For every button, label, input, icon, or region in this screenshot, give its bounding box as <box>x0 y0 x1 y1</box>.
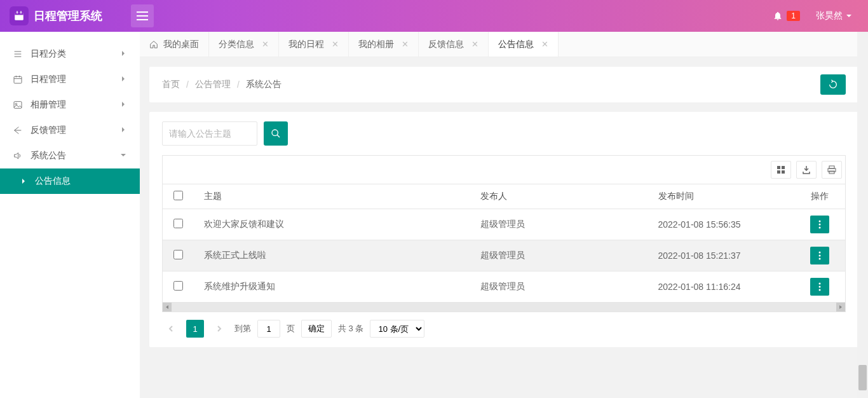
vertical-scrollbar[interactable] <box>857 32 868 398</box>
sidebar: 日程分类 日程管理 相册管理 反馈管理 系统公告 公告信息 <box>0 32 140 398</box>
chevron-right-icon <box>119 49 127 59</box>
sidebar-label: 日程分类 <box>31 48 66 60</box>
svg-point-25 <box>819 221 821 223</box>
search-input[interactable] <box>162 121 257 146</box>
sidebar-item-schedule[interactable]: 日程管理 <box>0 67 140 92</box>
notification-badge: 1 <box>787 11 800 21</box>
tab-label: 我的日程 <box>288 39 324 50</box>
refresh-icon <box>828 79 838 90</box>
row-checkbox[interactable] <box>173 219 183 228</box>
svg-point-28 <box>819 252 821 254</box>
svg-point-16 <box>272 130 278 135</box>
col-publisher: 发布人 <box>471 184 649 209</box>
tab-label: 分类信息 <box>219 39 254 50</box>
cell-subject: 欢迎大家反馈和建议 <box>194 209 471 240</box>
main-content: 我的桌面 分类信息 ✕ 我的日程 ✕ 我的相册 ✕ 反馈信息 ✕ 公告信息 ✕ <box>140 32 868 398</box>
svg-point-26 <box>819 224 821 226</box>
tab-category-info[interactable]: 分类信息 ✕ <box>209 32 279 57</box>
tab-feedback-info[interactable]: 反馈信息 ✕ <box>419 32 489 57</box>
app-header: 日程管理系统 1 张昊然 <box>0 0 868 32</box>
svg-rect-20 <box>777 170 780 174</box>
close-icon[interactable]: ✕ <box>262 39 269 49</box>
sidebar-label: 相册管理 <box>31 99 66 111</box>
search-button[interactable] <box>264 121 288 146</box>
cell-time: 2022-01-08 15:21:37 <box>649 240 795 271</box>
home-icon <box>149 40 158 49</box>
chevron-right-icon <box>119 74 127 85</box>
svg-rect-10 <box>14 76 22 83</box>
more-vertical-icon <box>818 282 821 291</box>
list-icon <box>13 49 23 59</box>
svg-point-33 <box>819 289 821 291</box>
close-icon[interactable]: ✕ <box>541 39 548 49</box>
sidebar-toggle-button[interactable] <box>131 4 154 27</box>
breadcrumb-current: 系统公告 <box>246 79 281 90</box>
close-icon[interactable]: ✕ <box>402 39 409 49</box>
export-button[interactable] <box>796 161 817 179</box>
horizontal-scrollbar[interactable] <box>162 303 846 312</box>
print-button[interactable] <box>822 161 842 179</box>
sidebar-subitem-announcement-info[interactable]: 公告信息 <box>0 168 140 194</box>
sidebar-item-feedback[interactable]: 反馈管理 <box>0 118 140 143</box>
svg-rect-6 <box>137 19 148 20</box>
breadcrumb-root[interactable]: 首页 <box>162 79 180 90</box>
total-count: 共 3 条 <box>338 323 363 334</box>
breadcrumb-separator: / <box>186 79 189 90</box>
row-action-button[interactable] <box>810 247 829 264</box>
select-all-checkbox[interactable] <box>173 191 183 200</box>
tab-my-schedule[interactable]: 我的日程 ✕ <box>279 32 349 57</box>
svg-rect-1 <box>15 13 24 15</box>
cell-time: 2022-01-08 11:16:24 <box>649 271 795 303</box>
row-checkbox[interactable] <box>173 250 183 259</box>
logo: 日程管理系统 <box>0 6 112 25</box>
scroll-left-button[interactable] <box>163 303 172 312</box>
page-number[interactable]: 1 <box>186 320 204 338</box>
sidebar-subitem-label: 公告信息 <box>35 175 71 187</box>
scrollbar-thumb[interactable] <box>858 365 867 390</box>
tab-announcement-info[interactable]: 公告信息 ✕ <box>489 32 559 57</box>
speaker-icon <box>13 151 23 161</box>
col-time: 发布时间 <box>649 184 795 209</box>
more-vertical-icon <box>818 220 821 229</box>
goto-confirm-button[interactable]: 确定 <box>301 320 332 338</box>
col-subject: 主题 <box>194 184 471 209</box>
per-page-select[interactable]: 10 条/页 <box>370 320 424 338</box>
username-label: 张昊然 <box>816 10 843 22</box>
notification-button[interactable]: 1 <box>773 11 800 21</box>
export-icon <box>802 165 811 174</box>
svg-rect-22 <box>829 166 834 168</box>
sidebar-label: 系统公告 <box>31 150 66 161</box>
refresh-button[interactable] <box>820 74 846 95</box>
scroll-right-button[interactable] <box>836 303 845 312</box>
close-icon[interactable]: ✕ <box>332 39 339 49</box>
cell-publisher: 超级管理员 <box>471 209 649 240</box>
row-action-button[interactable] <box>810 216 829 233</box>
svg-rect-21 <box>782 170 785 174</box>
tab-label: 公告信息 <box>498 39 534 50</box>
tab-label: 我的相册 <box>358 39 394 50</box>
next-page-button[interactable] <box>210 320 228 338</box>
tab-desktop[interactable]: 我的桌面 <box>140 32 209 57</box>
close-icon[interactable]: ✕ <box>471 39 478 49</box>
print-icon <box>827 165 836 174</box>
sidebar-item-category[interactable]: 日程分类 <box>0 41 140 67</box>
bell-icon <box>773 11 783 21</box>
goto-page-input[interactable] <box>257 320 280 338</box>
columns-button[interactable] <box>771 161 791 179</box>
sidebar-item-announcement[interactable]: 系统公告 <box>0 143 140 168</box>
table-header-row: 主题 发布人 发布时间 操作 <box>163 184 846 209</box>
tab-my-album[interactable]: 我的相册 ✕ <box>349 32 419 57</box>
svg-point-31 <box>819 283 821 285</box>
svg-rect-3 <box>20 11 22 14</box>
row-action-button[interactable] <box>810 278 829 296</box>
prev-page-button[interactable] <box>162 320 180 338</box>
image-icon <box>13 100 23 110</box>
breadcrumb: 首页 / 公告管理 / 系统公告 <box>149 67 858 102</box>
goto-label: 到第 <box>234 323 251 334</box>
cell-publisher: 超级管理员 <box>471 271 649 303</box>
user-menu[interactable]: 张昊然 <box>816 10 852 22</box>
table-row: 系统维护升级通知超级管理员2022-01-08 11:16:24 <box>163 271 846 303</box>
row-checkbox[interactable] <box>173 281 183 291</box>
breadcrumb-mid[interactable]: 公告管理 <box>195 79 231 90</box>
sidebar-item-album[interactable]: 相册管理 <box>0 92 140 118</box>
